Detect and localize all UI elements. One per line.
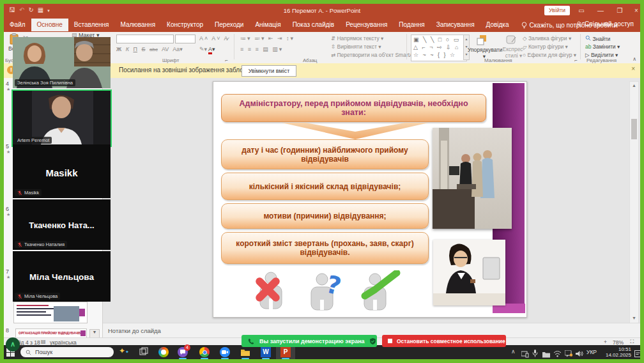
sign-in-button[interactable]: Увійти [544, 6, 570, 15]
reception-photo [433, 128, 512, 229]
text-direction-button[interactable]: ⇵ Напрямок тексту ▾ [331, 35, 383, 42]
copilot-icon[interactable] [158, 347, 169, 357]
shape-fill-button[interactable]: ◇ Заливка фігури ▾ [523, 35, 571, 42]
drawing-dialog-launcher-icon[interactable]: ⌐ [574, 58, 578, 63]
titlebar: 🖫↶↻▦▾ 16 Перемот А. - PowerPoint Увійти … [4, 4, 640, 18]
chrome-icon[interactable] [199, 347, 210, 357]
device-icon[interactable] [521, 349, 529, 360]
notes-placeholder: Нотатки до слайда [108, 327, 161, 334]
shapes-gallery[interactable]: ▣ ╲ ╲ □ ○ ▭△ ⌐ ¬ ⇨ ⇩ ⌂☆ ~ ~ { } ☆ [411, 35, 467, 61]
shape-effects-button[interactable]: ○ Ефекти для фігур ▾ [523, 52, 576, 58]
thumbnails-scroll-down-icon[interactable]: ▼ [89, 329, 100, 338]
participant-tile-tkachenko[interactable]: Ткаченко Ната... Ткаченко Наталия [13, 199, 111, 250]
search-highlights-icon[interactable]: ✦✦ [119, 346, 129, 355]
tab-insert[interactable]: Вставлення [68, 19, 115, 31]
replace-button[interactable]: ab Замінити ▾ [585, 43, 620, 50]
tab-view[interactable]: Подання [393, 19, 430, 31]
clock[interactable]: 10:51 14.02.2025 [603, 346, 631, 358]
zoom-in-icon[interactable]: + [604, 339, 607, 345]
find-button[interactable]: Знайти [585, 35, 610, 42]
tab-draw[interactable]: Малювання [115, 19, 162, 31]
tab-design[interactable]: Конструктор [161, 19, 209, 31]
search-box[interactable]: Пошук [20, 347, 114, 357]
slide-bullet-box-3: мотиви (причини) відвідування; [221, 203, 429, 229]
grow-shrink-font-icons[interactable]: A˄ A˅ A̷ [199, 35, 229, 42]
slide-7-thumbnail[interactable] [13, 302, 88, 323]
thumb-number-6: 6 [6, 206, 9, 212]
char-spacing-icon: AV [162, 46, 169, 52]
lightbulb-icon [521, 22, 527, 29]
align-text-button[interactable]: ⇳ Вирівняти текст ▾ [331, 43, 381, 50]
animation-star-icon: ★ [6, 275, 10, 280]
cross-figure-icon [250, 270, 292, 313]
scroll-up-icon[interactable]: ▲ [630, 82, 638, 88]
tray-expand-icon[interactable]: ∧ [511, 348, 516, 355]
participant-tile-masikk[interactable]: Masikk Masikk [13, 146, 111, 198]
share-button[interactable]: Спільний доступ [576, 20, 634, 27]
warning-close-icon[interactable]: × [631, 65, 635, 72]
slide-bullet-box-4: короткий зміст звертань (прохань, заяв, … [221, 232, 429, 264]
font-name-combo[interactable] [116, 35, 174, 43]
tab-animations[interactable]: Анімація [249, 19, 286, 31]
animation-star-icon: ★ [6, 87, 10, 92]
person-icon [576, 21, 582, 27]
vertical-scrollbar[interactable]: ▲ ▼ ⇈ ⇊ [629, 81, 639, 337]
ribbon-display-options-icon[interactable]: ▭ [574, 6, 589, 16]
down-arrow-shape [282, 123, 429, 139]
scroll-down-icon[interactable]: ▼ [630, 316, 638, 320]
action-center-icon[interactable] [634, 348, 641, 360]
powerpoint-taskbar-active[interactable]: P [276, 345, 295, 359]
svg-text:?: ? [323, 270, 344, 301]
task-view-icon[interactable] [139, 347, 150, 357]
alignment-icons[interactable]: ≡ ≡ ≡ ▤ ▥▾ [240, 46, 283, 52]
speaker-icon[interactable] [576, 348, 583, 360]
stop-share-button[interactable]: Остановить совместное использование [382, 335, 506, 347]
language-indicator[interactable]: УКР [586, 349, 597, 355]
list-indent-spacing-icons[interactable]: ≔▾ ≕▾ ⇤ ⇥ ↕▾ [240, 35, 295, 42]
participant-tile-chelcova[interactable]: Міла Чельцова Міла Чельцова [13, 251, 111, 302]
font-size-combo[interactable] [175, 35, 195, 43]
tab-file[interactable]: Файл [4, 19, 31, 31]
tab-recording[interactable]: Записування [431, 19, 480, 31]
word-icon[interactable]: W [261, 347, 271, 357]
highlight-font-color-icons[interactable]: ✎▾ A▾ [199, 46, 215, 52]
slide-8-thumbnail[interactable]: ОРГАНІЗАЦІЯ ПРИЙОМУ ВІДВІДУВАЧІВ [15, 328, 87, 338]
folder-tray-icon[interactable] [542, 349, 550, 360]
file-explorer-icon[interactable] [240, 347, 250, 357]
minimize-button[interactable]: — [593, 6, 608, 16]
enable-content-button[interactable]: Увімкнути вміст [241, 65, 296, 77]
shape-outline-button[interactable]: ▱ Контур фігури ▾ [523, 43, 568, 50]
tab-transitions[interactable]: Переходи [209, 19, 249, 31]
wifi-icon[interactable] [553, 348, 562, 360]
fit-slide-icon[interactable]: ⛶ [630, 339, 634, 345]
restore-button[interactable]: ❐ [612, 6, 627, 16]
participant-tile-zelinska[interactable]: Зелінська Зоя Пилипівна [13, 37, 111, 88]
font-dialog-launcher-icon[interactable]: ⌐ [225, 58, 228, 63]
search-icon [26, 350, 31, 355]
tab-review[interactable]: Рецензування [340, 19, 393, 31]
participant-name-label: Masikk [15, 189, 42, 196]
slide-canvas[interactable]: Адміністратору, перед прийомом відвідува… [213, 81, 527, 318]
viber-icon[interactable]: 4 [178, 347, 188, 357]
tab-help[interactable]: Довідка [480, 19, 515, 31]
zoom-app-icon[interactable] [220, 347, 230, 357]
tab-slideshow[interactable]: Показ слайдів [287, 19, 341, 31]
participant-tile-artem-active-speaker[interactable]: Artem Peremot [12, 89, 112, 147]
thumb-number-8: 8 [6, 327, 9, 334]
font-style-buttons[interactable]: Ж К П S abc AV Aa▾ [116, 46, 183, 52]
thumb-number-7: 7 [6, 268, 9, 275]
tab-home[interactable]: Основне [31, 19, 68, 31]
change-case-icon: Aa▾ [172, 46, 183, 52]
animation-star-icon: ★ [6, 150, 10, 155]
close-button[interactable]: × [629, 6, 644, 16]
mic-icon[interactable] [532, 348, 538, 360]
tray-time: 10:51 [603, 346, 631, 352]
zoom-toolbar-collapse-button[interactable]: ∧ [6, 337, 20, 351]
collapse-ribbon-icon[interactable]: ∧ [632, 56, 636, 62]
convert-smartart-button[interactable]: ⇄ Перетворити на об'єкт SmartArt ▾ [331, 52, 421, 58]
question-figure-icon: ? [303, 270, 345, 313]
search-icon [585, 35, 591, 41]
chat-notification-icon[interactable] [565, 348, 572, 360]
scrollbar-thumb[interactable] [631, 119, 637, 139]
spellcheck-icon[interactable]: ▤ [41, 339, 46, 344]
